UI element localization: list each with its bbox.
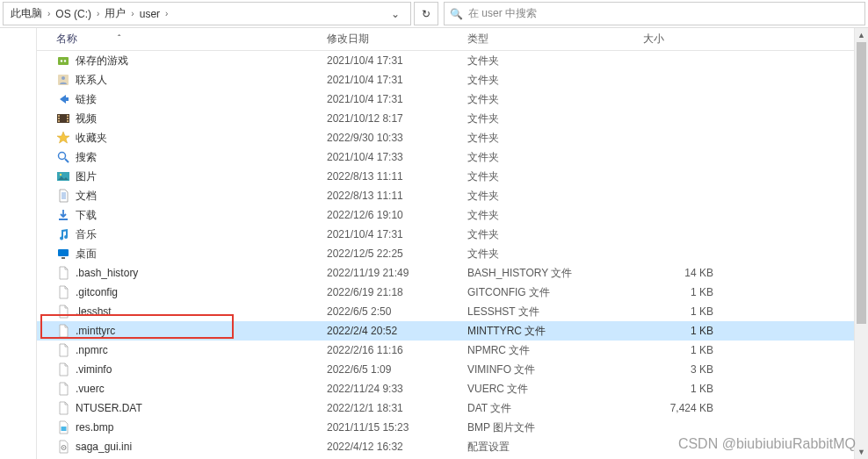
scrollbar-down-arrow-icon[interactable]: ▼ bbox=[855, 445, 868, 459]
file-size-cell: 1 KB bbox=[643, 286, 722, 298]
pictures-icon bbox=[56, 169, 70, 183]
file-size-cell: 3 KB bbox=[643, 363, 722, 376]
file-row[interactable]: 文档2022/8/13 11:11文件夹 bbox=[37, 186, 868, 205]
file-date-cell: 2021/10/12 8:17 bbox=[327, 112, 467, 125]
file-name-label: .npmrc bbox=[76, 344, 108, 356]
file-row[interactable]: .vuerc2022/11/24 9:33VUERC 文件1 KB bbox=[37, 379, 868, 398]
file-date-cell: 2022/6/5 2:50 bbox=[327, 305, 467, 318]
file-row[interactable]: 保存的游戏2021/10/4 17:31文件夹 bbox=[37, 51, 868, 70]
file-row[interactable]: NTUSER.DAT2022/12/1 18:31DAT 文件7,424 KB bbox=[37, 398, 868, 418]
file-size-cell: 14 KB bbox=[643, 267, 722, 279]
file-row[interactable]: 视频2021/10/12 8:17文件夹 bbox=[37, 109, 868, 128]
column-date[interactable]: 修改日期 bbox=[327, 32, 467, 47]
file-type-cell: DAT 文件 bbox=[467, 401, 643, 416]
breadcrumb-item[interactable]: user bbox=[136, 8, 163, 20]
file-icon bbox=[56, 266, 70, 280]
file-row[interactable]: 音乐2021/10/4 17:31文件夹 bbox=[37, 225, 868, 244]
scrollbar-up-arrow-icon[interactable]: ▲ bbox=[855, 28, 868, 42]
search-input[interactable]: 🔍 在 user 中搜索 bbox=[444, 2, 865, 25]
scrollbar-track[interactable] bbox=[855, 42, 868, 445]
file-row[interactable]: .minttyrc2022/2/4 20:52MINTTYRC 文件1 KB bbox=[37, 321, 868, 341]
file-name-label: 图片 bbox=[76, 169, 97, 184]
address-bar[interactable]: 此电脑›OS (C:)›用户›user› ⌄ bbox=[3, 2, 411, 25]
breadcrumb-item[interactable]: OS (C:) bbox=[52, 8, 95, 20]
toolbar: 此电脑›OS (C:)›用户›user› ⌄ ↻ 🔍 在 user 中搜索 bbox=[0, 0, 868, 28]
file-row[interactable]: 收藏夹2022/9/30 10:33文件夹 bbox=[37, 128, 868, 147]
file-name-cell: 链接 bbox=[37, 92, 327, 107]
file-row[interactable]: res.bmp2021/11/15 15:23BMP 图片文件 bbox=[37, 418, 868, 437]
vertical-scrollbar[interactable]: ▲ ▼ bbox=[854, 28, 868, 459]
file-row[interactable]: .viminfo2022/6/5 1:09VIMINFO 文件3 KB bbox=[37, 360, 868, 379]
file-row[interactable]: 图片2022/8/13 11:11文件夹 bbox=[37, 167, 868, 186]
file-row[interactable]: 联系人2021/10/4 17:31文件夹 bbox=[37, 70, 868, 90]
sort-arrow-icon: ˆ bbox=[118, 34, 120, 44]
refresh-icon: ↻ bbox=[422, 8, 430, 20]
file-size-cell: 7,424 KB bbox=[643, 402, 722, 414]
contacts-icon bbox=[56, 73, 70, 87]
file-type-cell: 文件夹 bbox=[467, 73, 643, 88]
scrollbar-thumb[interactable] bbox=[857, 42, 866, 324]
file-date-cell: 2022/4/12 16:32 bbox=[327, 441, 467, 453]
file-row[interactable]: .gitconfig2022/6/19 21:18GITCONFIG 文件1 K… bbox=[37, 283, 868, 302]
file-name-label: 下载 bbox=[76, 208, 97, 223]
file-icon bbox=[56, 324, 70, 338]
file-row[interactable]: .lesshst2022/6/5 2:50LESSHST 文件1 KB bbox=[37, 302, 868, 321]
ini-icon bbox=[56, 440, 70, 454]
svg-rect-7 bbox=[58, 118, 60, 119]
file-row[interactable]: saga_gui.ini2022/4/12 16:32配置设置 bbox=[37, 437, 868, 456]
file-row[interactable]: 下载2022/12/6 19:10文件夹 bbox=[37, 205, 868, 225]
list-header: 名称 ˆ 修改日期 类型 大小 bbox=[37, 28, 868, 51]
file-name-cell: .vuerc bbox=[37, 382, 327, 396]
svg-rect-11 bbox=[67, 120, 69, 122]
column-name[interactable]: 名称 ˆ bbox=[37, 32, 327, 47]
file-row[interactable]: .npmrc2022/2/16 11:16NPMRC 文件1 KB bbox=[37, 341, 868, 360]
file-row[interactable]: .bash_history2022/11/19 21:49BASH_HISTOR… bbox=[37, 263, 868, 283]
breadcrumb-item[interactable]: 用户 bbox=[101, 6, 129, 21]
file-row[interactable]: 链接2021/10/4 17:31文件夹 bbox=[37, 90, 868, 109]
address-dropdown-icon[interactable]: ⌄ bbox=[384, 8, 407, 20]
file-name-cell: 联系人 bbox=[37, 73, 327, 88]
bmp-icon bbox=[56, 420, 70, 434]
file-row[interactable]: 搜索2021/10/4 17:33文件夹 bbox=[37, 147, 868, 167]
music-icon bbox=[56, 227, 70, 241]
file-type-cell: 文件夹 bbox=[467, 189, 643, 204]
chevron-right-icon[interactable]: › bbox=[163, 9, 170, 18]
column-name-label: 名称 bbox=[56, 32, 77, 47]
svg-rect-15 bbox=[58, 249, 69, 256]
chevron-right-icon[interactable]: › bbox=[129, 9, 135, 18]
file-date-cell: 2022/6/19 21:18 bbox=[327, 286, 467, 298]
file-name-cell: 收藏夹 bbox=[37, 131, 327, 146]
file-name-label: 保存的游戏 bbox=[76, 54, 128, 68]
breadcrumb-item[interactable]: 此电脑 bbox=[7, 6, 46, 21]
file-type-cell: 文件夹 bbox=[467, 131, 643, 146]
column-type[interactable]: 类型 bbox=[467, 32, 643, 47]
file-row[interactable]: 桌面2022/12/5 22:25文件夹 bbox=[37, 244, 868, 263]
file-name-cell: res.bmp bbox=[37, 420, 327, 434]
file-name-cell: .lesshst bbox=[37, 305, 327, 319]
search-icon: 🔍 bbox=[450, 8, 463, 20]
column-size[interactable]: 大小 bbox=[643, 32, 722, 47]
file-name-label: 文档 bbox=[76, 189, 97, 204]
file-name-cell: 视频 bbox=[37, 111, 327, 126]
folder-tree-pane[interactable] bbox=[0, 28, 37, 459]
file-type-cell: VIMINFO 文件 bbox=[467, 362, 643, 377]
file-date-cell: 2022/12/1 18:31 bbox=[327, 402, 467, 414]
file-icon bbox=[56, 401, 70, 415]
svg-rect-6 bbox=[58, 115, 60, 117]
file-icon bbox=[56, 343, 70, 357]
file-name-label: 音乐 bbox=[76, 227, 97, 242]
refresh-button[interactable]: ↻ bbox=[414, 2, 438, 25]
file-date-cell: 2021/10/4 17:31 bbox=[327, 74, 467, 86]
file-date-cell: 2022/8/13 11:11 bbox=[327, 190, 467, 202]
file-type-cell: BMP 图片文件 bbox=[467, 420, 643, 435]
chevron-right-icon[interactable]: › bbox=[46, 9, 52, 18]
file-name-label: .gitconfig bbox=[76, 286, 118, 298]
file-name-cell: 桌面 bbox=[37, 247, 327, 262]
file-name-label: 视频 bbox=[76, 111, 97, 126]
file-size-cell: 1 KB bbox=[643, 344, 722, 356]
chevron-right-icon[interactable]: › bbox=[95, 9, 101, 18]
file-list-pane: 名称 ˆ 修改日期 类型 大小 保存的游戏2021/10/4 17:31文件夹联… bbox=[37, 28, 868, 459]
file-type-cell: 文件夹 bbox=[467, 111, 643, 126]
svg-rect-8 bbox=[58, 120, 60, 122]
column-date-label: 修改日期 bbox=[327, 32, 369, 47]
